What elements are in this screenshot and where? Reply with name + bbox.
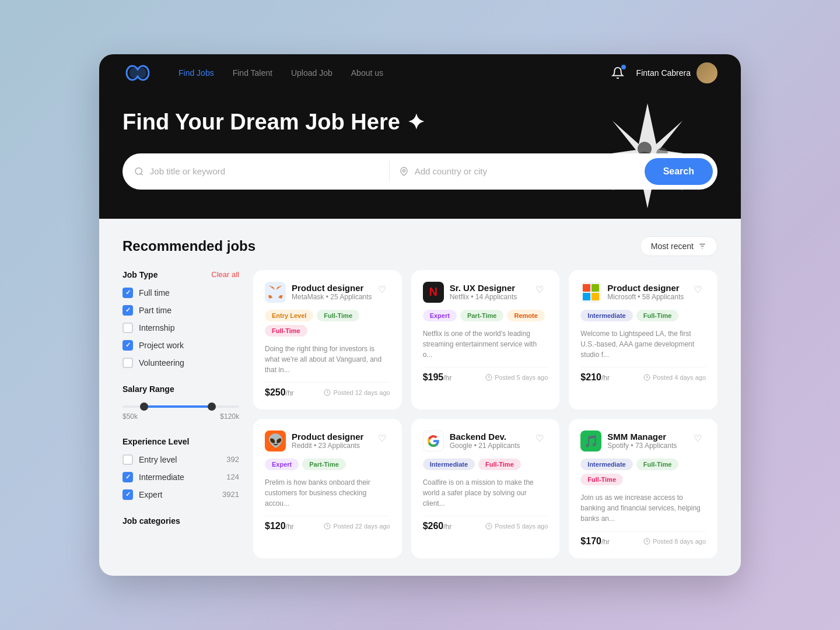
job-card-header-2: N Sr. UX Designer Netflix • 14 Applicant… xyxy=(423,282,548,303)
job-card-3[interactable]: Product designer Microsoft • 58 Applican… xyxy=(569,270,718,410)
tag-intermediate-6: Intermediate xyxy=(580,459,632,470)
filter-volunteering[interactable]: Volunteering xyxy=(123,358,239,368)
tag-fulltime: Full-Time xyxy=(317,310,359,321)
expert-label: Expert xyxy=(139,490,162,499)
tag-entry-level: Entry Level xyxy=(265,310,313,321)
job-desc-3: Welcome to Lightspeed LA, the first U.S.… xyxy=(580,328,706,360)
sidebar: Job Type Clear all ✓ Full time ✓ Part ti… xyxy=(123,270,239,558)
job-company-1: MetaMask • 25 Applicants xyxy=(292,293,372,301)
location-search-input[interactable] xyxy=(415,166,645,176)
job-salary-3: $210/hr xyxy=(580,372,610,383)
save-job-6[interactable]: ♡ xyxy=(690,430,706,447)
categories-filter: Job categories xyxy=(123,516,239,526)
job-company-6: Spotify • 73 Applicants xyxy=(607,442,677,450)
project-checkbox[interactable]: ✓ xyxy=(123,340,133,351)
save-job-5[interactable]: ♡ xyxy=(531,430,548,447)
entry-checkbox[interactable] xyxy=(123,454,133,465)
job-company-3: Microsoft • 58 Applicants xyxy=(607,293,684,301)
save-job-1[interactable]: ♡ xyxy=(374,282,390,298)
search-location-section xyxy=(399,166,645,177)
filter-intermediate[interactable]: ✓ Intermediate 124 xyxy=(123,472,239,482)
company-info-2: N Sr. UX Designer Netflix • 14 Applicant… xyxy=(423,282,517,303)
header: Find Jobs Find Talent Upload Job About u… xyxy=(99,54,741,92)
fulltime-checkbox[interactable]: ✓ xyxy=(123,288,133,298)
job-card-header-6: 🎵 SMM Manager Spotify • 73 Applicants ♡ xyxy=(580,430,706,452)
job-desc-5: Coalfire is on a mission to make the wor… xyxy=(423,477,548,509)
job-search-input[interactable] xyxy=(150,166,380,176)
job-company-4: Reddit • 23 Applicants xyxy=(292,442,363,450)
intermediate-checkbox[interactable]: ✓ xyxy=(123,472,133,482)
job-footer-1: $250/hr Posted 12 days ago xyxy=(265,382,390,398)
job-salary-2: $195/hr xyxy=(423,372,452,383)
clear-all-button[interactable]: Clear all xyxy=(211,270,239,279)
job-company-5: Google • 21 Applicants xyxy=(450,442,520,450)
recommended-header: Recommended jobs Most recent xyxy=(123,236,718,256)
spotify-logo: 🎵 xyxy=(580,430,601,452)
content-layout: Job Type Clear all ✓ Full time ✓ Part ti… xyxy=(123,270,718,558)
filter-icon xyxy=(698,242,706,250)
volunteering-checkbox[interactable] xyxy=(123,358,133,368)
filter-fulltime[interactable]: ✓ Full time xyxy=(123,288,239,298)
nav-upload-job[interactable]: Upload Job xyxy=(291,68,332,78)
microsoft-logo xyxy=(580,282,601,303)
filter-internship[interactable]: Internship xyxy=(123,323,239,333)
nav-about-us[interactable]: About us xyxy=(351,68,383,78)
save-job-2[interactable]: ♡ xyxy=(531,282,548,298)
google-logo xyxy=(423,430,444,452)
svg-point-5 xyxy=(135,167,142,174)
parttime-checkbox[interactable]: ✓ xyxy=(123,305,133,316)
job-footer-6: $170/hr Posted 8 days ago xyxy=(580,531,706,547)
job-footer-5: $260/hr Posted 5 days ago xyxy=(423,516,548,531)
app-container: Find Jobs Find Talent Upload Job About u… xyxy=(99,54,741,576)
nav: Find Jobs Find Talent Upload Job About u… xyxy=(178,68,608,78)
nav-find-talent[interactable]: Find Talent xyxy=(233,68,272,78)
bell-icon[interactable] xyxy=(608,64,627,82)
intermediate-label: Intermediate xyxy=(139,473,184,482)
tag-parttime: Part-Time xyxy=(460,310,504,321)
project-label: Project work xyxy=(139,341,184,350)
search-button[interactable]: Search xyxy=(645,158,713,185)
save-job-4[interactable]: ♡ xyxy=(374,430,390,447)
filter-entry-level[interactable]: Entry level 392 xyxy=(123,454,239,465)
filter-parttime[interactable]: ✓ Part time xyxy=(123,305,239,316)
job-card-5[interactable]: Backend Dev. Google • 21 Applicants ♡ In… xyxy=(411,419,560,558)
job-card-4[interactable]: 👽 Product designer Reddit • 23 Applicant… xyxy=(253,419,402,558)
logo[interactable] xyxy=(123,64,150,82)
expert-checkbox[interactable]: ✓ xyxy=(123,489,133,500)
experience-filter: Experience Level Entry level 392 ✓ xyxy=(123,437,239,500)
job-card-header-1: Product designer MetaMask • 25 Applicant… xyxy=(265,282,390,303)
filter-button[interactable]: Most recent xyxy=(640,236,718,256)
job-type-filter: Job Type Clear all ✓ Full time ✓ Part ti… xyxy=(123,270,239,368)
job-card-6[interactable]: 🎵 SMM Manager Spotify • 73 Applicants ♡ … xyxy=(569,419,718,558)
job-card-2[interactable]: N Sr. UX Designer Netflix • 14 Applicant… xyxy=(411,270,560,410)
save-job-3[interactable]: ♡ xyxy=(690,282,706,298)
salary-labels: $50k $120k xyxy=(123,412,239,421)
clock-icon xyxy=(324,389,331,396)
tag-fulltime3: Full-Time xyxy=(636,310,679,321)
user-info[interactable]: Fintan Cabrera xyxy=(636,62,718,83)
job-type-title: Job Type xyxy=(123,270,158,279)
user-name: Fintan Cabrera xyxy=(636,68,691,78)
job-footer-2: $195/hr Posted 5 days ago xyxy=(423,367,548,383)
nav-find-jobs[interactable]: Find Jobs xyxy=(178,68,214,78)
salary-min-thumb[interactable] xyxy=(140,402,148,411)
svg-point-6 xyxy=(402,169,405,172)
metamask-logo xyxy=(265,282,286,303)
parttime-label: Part time xyxy=(139,306,172,315)
salary-filter: Salary Range $50k $120k xyxy=(123,384,239,421)
filter-project-work[interactable]: ✓ Project work xyxy=(123,340,239,351)
job-card-1[interactable]: Product designer MetaMask • 25 Applicant… xyxy=(253,270,402,410)
tag-fulltime-6a: Full-Time xyxy=(636,459,679,470)
tag-remote: Remote xyxy=(507,310,544,321)
clock-icon-4 xyxy=(324,523,331,530)
salary-slider-track xyxy=(123,405,239,408)
salary-max-thumb[interactable] xyxy=(208,402,216,411)
volunteering-label: Volunteering xyxy=(139,358,184,368)
salary-slider-fill xyxy=(140,405,216,408)
avatar xyxy=(696,62,718,83)
filter-expert[interactable]: ✓ Expert 3921 xyxy=(123,489,239,500)
header-right: Fintan Cabrera xyxy=(608,62,718,83)
internship-checkbox[interactable] xyxy=(123,323,133,333)
job-posted-5: Posted 5 days ago xyxy=(485,523,548,530)
filter-section-header: Job Type Clear all xyxy=(123,270,239,279)
